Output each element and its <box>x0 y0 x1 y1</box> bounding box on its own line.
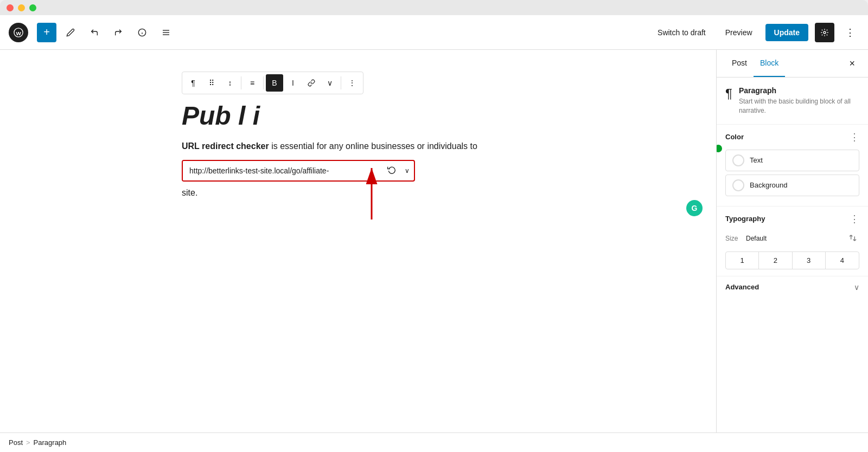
block-more-button[interactable]: ⋮ <box>343 74 361 92</box>
title-bar <box>0 0 868 15</box>
url-chevron-icon: ∨ <box>405 167 410 175</box>
block-toolbar: ¶ ⠿ ↕ ≡ B <box>182 72 363 94</box>
grammarly-icon: G <box>686 200 703 216</box>
size-adjust-button[interactable] <box>846 231 859 246</box>
color-section-title: Color <box>725 133 744 141</box>
url-input-container: ∨ <box>182 160 415 182</box>
maximize-button[interactable] <box>29 4 36 11</box>
advanced-section: Advanced ∨ <box>717 276 868 298</box>
block-title: Pub l i <box>182 101 534 131</box>
background-color-inner <box>736 183 741 188</box>
editor-area: ¶ ⠿ ↕ ≡ B <box>0 50 716 432</box>
plus-icon: + <box>43 26 50 38</box>
italic-button[interactable]: I <box>284 74 302 92</box>
size-label: Size <box>725 235 742 242</box>
italic-icon: I <box>292 79 294 87</box>
background-color-label: Background <box>750 181 787 189</box>
bold-icon: B <box>272 79 277 87</box>
color-option-text[interactable]: Text <box>725 150 859 171</box>
url-input[interactable] <box>183 161 383 180</box>
paragraph-body: URL redirect checker is essential for an… <box>182 139 534 153</box>
url-block-wrapper: ∨ <box>182 160 534 182</box>
color-section: Color ⋮ Text Backgroun <box>717 125 868 206</box>
more-options-button[interactable]: ⋮ <box>841 22 859 43</box>
paragraph-text: is essential for any online businesses o… <box>271 141 477 151</box>
drag-icon: ⠿ <box>209 79 214 87</box>
info-button[interactable] <box>132 23 152 42</box>
editor-content: ¶ ⠿ ↕ ≡ B <box>182 72 534 206</box>
font-size-2[interactable]: 2 <box>759 252 792 269</box>
typography-more-button[interactable]: ⋮ <box>850 213 859 225</box>
drag-handle-button[interactable]: ⠿ <box>203 74 220 92</box>
redo-button[interactable] <box>108 23 128 42</box>
color-option-background[interactable]: Background <box>725 175 859 196</box>
bold-button[interactable]: B <box>266 74 283 92</box>
main-area: ¶ ⠿ ↕ ≡ B <box>0 50 868 432</box>
typography-section-title: Typography <box>725 215 765 223</box>
close-button[interactable] <box>7 4 14 11</box>
typography-section: Typography ⋮ Size Default <box>717 206 868 276</box>
status-separator: > <box>26 438 30 447</box>
url-refresh-button[interactable] <box>383 161 400 180</box>
update-button[interactable]: Update <box>765 24 808 41</box>
right-sidebar: Post Block × ¶ Paragraph Start with the … <box>716 50 868 432</box>
size-row: Size Default <box>725 231 859 246</box>
toolbar-divider <box>241 76 241 89</box>
svg-point-8 <box>824 31 826 34</box>
edit-mode-button[interactable] <box>61 23 80 42</box>
toolbar-divider-2 <box>263 76 264 89</box>
toolbar-divider-3 <box>341 76 341 89</box>
switch-to-draft-button[interactable]: Switch to draft <box>651 24 712 41</box>
settings-button[interactable] <box>815 23 834 42</box>
grammarly-letter: G <box>692 204 698 212</box>
block-type-description: Start with the basic building block of a… <box>739 97 859 115</box>
font-size-3[interactable]: 3 <box>793 252 826 269</box>
background-color-circle <box>732 179 744 191</box>
size-value: Default <box>746 235 767 242</box>
align-icon: ≡ <box>250 79 254 87</box>
more-icon: ⋮ <box>845 27 855 38</box>
block-type-title: Paragraph <box>739 86 859 95</box>
tab-post[interactable]: Post <box>725 50 754 77</box>
advanced-header[interactable]: Advanced ∨ <box>725 283 859 292</box>
color-more-icon: ⋮ <box>850 132 859 143</box>
paragraph-type-button[interactable]: ¶ <box>184 74 202 92</box>
paragraph-bold: URL redirect checker <box>182 141 269 151</box>
sidebar-close-button[interactable]: × <box>845 54 859 74</box>
link-button[interactable] <box>303 74 320 92</box>
font-size-1[interactable]: 1 <box>726 252 759 269</box>
document-structure-button[interactable] <box>156 23 176 42</box>
link-dropdown-button[interactable]: ∨ <box>321 74 339 92</box>
arrows-icon: ↕ <box>228 79 232 87</box>
paragraph-body-2: site. <box>182 186 534 200</box>
chevron-icon: ∨ <box>327 79 333 87</box>
preview-button[interactable]: Preview <box>719 24 759 41</box>
align-button[interactable]: ≡ <box>244 74 261 92</box>
status-paragraph-link[interactable]: Paragraph <box>34 438 67 447</box>
sidebar-block-info: ¶ Paragraph Start with the basic buildin… <box>717 78 868 125</box>
paragraph-icon: ¶ <box>191 79 195 87</box>
add-block-button[interactable]: + <box>37 23 56 42</box>
undo-button[interactable] <box>85 23 104 42</box>
toolbar: W + <box>0 15 868 50</box>
block-type-icon: ¶ <box>725 86 732 101</box>
move-button[interactable]: ↕ <box>221 74 239 92</box>
typography-more-icon: ⋮ <box>850 214 859 224</box>
color-more-button[interactable]: ⋮ <box>850 131 859 143</box>
font-size-4[interactable]: 4 <box>826 252 859 269</box>
text-color-label: Text <box>750 156 763 164</box>
green-dot-indicator <box>716 145 722 152</box>
url-dropdown-button[interactable]: ∨ <box>400 163 414 179</box>
block-type-info: Paragraph Start with the basic building … <box>739 86 859 115</box>
wp-logo: W <box>9 23 28 42</box>
status-post-link[interactable]: Post <box>9 438 23 447</box>
toolbar-left: W + <box>9 23 647 42</box>
color-section-header: Color ⋮ <box>725 131 859 143</box>
advanced-section-title: Advanced <box>725 283 759 291</box>
minimize-button[interactable] <box>18 4 25 11</box>
tab-block[interactable]: Block <box>754 50 785 77</box>
text-color-circle <box>732 154 744 166</box>
typography-section-header: Typography ⋮ <box>725 213 859 225</box>
text-color-inner <box>736 158 741 163</box>
toolbar-right: Switch to draft Preview Update ⋮ <box>651 22 859 43</box>
